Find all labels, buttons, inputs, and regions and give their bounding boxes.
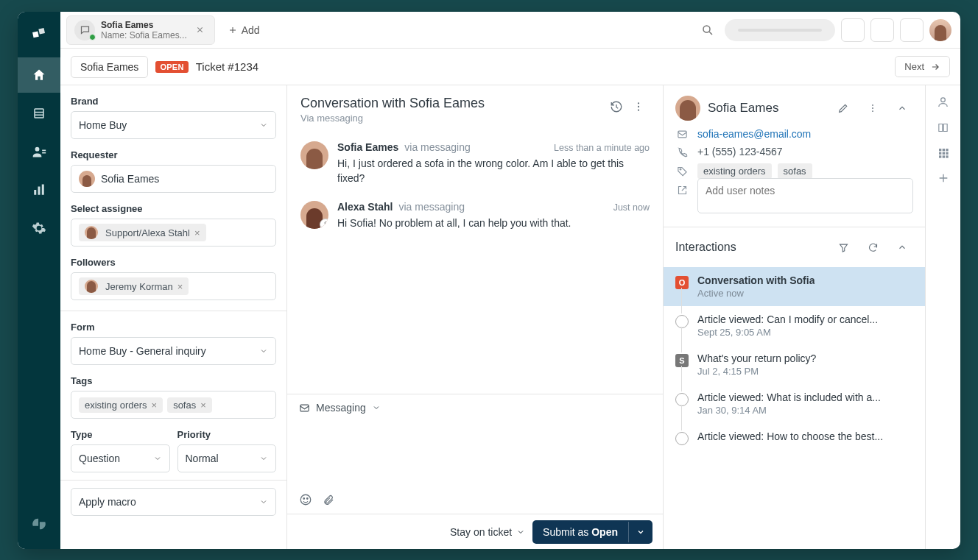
nav-views[interactable] xyxy=(18,96,60,131)
apps-icon[interactable] xyxy=(937,147,949,159)
interaction-item[interactable]: Article viewed: What is included with a.… xyxy=(664,384,925,423)
filter-icon[interactable] xyxy=(832,236,854,258)
svg-point-22 xyxy=(872,110,873,112)
conversation-panel: Conversation with Sofia Eames Via messag… xyxy=(287,85,663,549)
requester-chip[interactable]: Sofia Eames xyxy=(71,56,148,78)
svg-point-13 xyxy=(638,106,639,107)
add-tab-label: Add xyxy=(242,24,260,36)
message-via: via messaging xyxy=(404,141,471,153)
submit-dropdown-icon[interactable] xyxy=(628,522,652,542)
profile-avatar[interactable] xyxy=(929,19,951,41)
context-tag[interactable]: existing orders xyxy=(697,163,772,179)
followers-label: Followers xyxy=(71,257,276,268)
svg-rect-6 xyxy=(42,150,46,152)
ticket-header: Sofia Eames OPEN Ticket #1234 Next xyxy=(60,49,960,85)
requester-input[interactable]: Sofia Eames xyxy=(71,165,276,193)
interaction-item[interactable]: O Conversation with SofiaActive now xyxy=(664,267,925,306)
chevron-down-icon xyxy=(153,454,162,463)
svg-rect-30 xyxy=(942,152,944,155)
remove-token-icon[interactable]: × xyxy=(194,227,200,238)
svg-rect-33 xyxy=(942,155,944,157)
context-name: Sofia Eames xyxy=(708,101,825,116)
svg-rect-28 xyxy=(946,149,948,151)
more-icon[interactable] xyxy=(627,96,650,118)
topbar-square-3[interactable] xyxy=(900,18,924,42)
message-author: Alexa Stahl xyxy=(337,201,393,213)
interaction-item[interactable]: S What's your return policy?Jul 2, 4:15 … xyxy=(664,345,925,384)
status-badge: OPEN xyxy=(155,61,188,73)
collapse-icon[interactable] xyxy=(891,236,913,258)
svg-rect-34 xyxy=(946,155,948,157)
submit-button[interactable]: Submit as Open xyxy=(532,520,652,544)
nav-reporting[interactable] xyxy=(18,172,60,208)
avatar xyxy=(300,141,328,169)
composer-channel-select[interactable]: Messaging xyxy=(287,394,663,421)
attachment-icon[interactable] xyxy=(323,493,334,506)
message-body: Hi Sofia! No problem at all, I can help … xyxy=(337,216,650,230)
emoji-icon[interactable] xyxy=(299,493,312,506)
topbar-square-2[interactable] xyxy=(870,18,894,42)
nav-admin[interactable] xyxy=(18,210,60,246)
search-placeholder-pill[interactable] xyxy=(725,19,835,41)
history-icon[interactable] xyxy=(605,96,627,118)
close-tab-icon[interactable] xyxy=(193,23,207,37)
edit-icon[interactable] xyxy=(832,97,854,119)
left-nav xyxy=(18,12,60,549)
workspace-tab[interactable]: Sofia Eames Name: Sofia Eames... xyxy=(66,15,215,45)
article-icon xyxy=(675,393,689,406)
remove-token-icon[interactable]: × xyxy=(200,400,206,411)
more-icon[interactable] xyxy=(862,97,884,119)
message-body: Hi, I just ordered a sofa in the wrong c… xyxy=(337,156,650,186)
nav-home[interactable] xyxy=(18,57,60,93)
tags-input[interactable]: existing orders× sofas× xyxy=(71,391,276,419)
collapse-icon[interactable] xyxy=(891,97,913,119)
avatar-icon xyxy=(85,226,98,239)
form-select[interactable]: Home Buy - General inquiry xyxy=(71,337,276,365)
remove-token-icon[interactable]: × xyxy=(152,400,158,411)
type-select[interactable]: Question xyxy=(71,444,170,472)
svg-point-18 xyxy=(303,498,305,500)
svg-point-14 xyxy=(638,110,639,111)
priority-select[interactable]: Normal xyxy=(177,444,277,472)
stay-on-ticket-select[interactable]: Stay on ticket xyxy=(450,526,525,538)
refresh-icon[interactable] xyxy=(862,236,884,258)
nav-customers[interactable] xyxy=(18,134,60,169)
phone-icon xyxy=(675,146,689,157)
main-area: Sofia Eames Name: Sofia Eames... Add xyxy=(60,12,960,549)
user-icon[interactable] xyxy=(937,96,949,108)
assignee-input[interactable]: Support/Alexa Stahl × xyxy=(71,219,276,247)
knowledge-icon[interactable] xyxy=(937,121,949,134)
interactions-heading: Interactions xyxy=(675,241,825,254)
followers-input[interactable]: Jeremy Korman × xyxy=(71,272,276,300)
context-tag[interactable]: sofas xyxy=(778,163,812,179)
search-icon[interactable] xyxy=(697,19,719,41)
user-notes-textarea[interactable] xyxy=(697,178,913,213)
topbar: Sofia Eames Name: Sofia Eames... Add xyxy=(60,12,960,49)
article-icon xyxy=(675,432,689,445)
context-email[interactable]: sofia-eames@email.com xyxy=(697,128,811,140)
add-tab-button[interactable]: Add xyxy=(221,20,267,40)
assignee-label: Select assignee xyxy=(71,203,276,214)
chat-icon xyxy=(74,20,95,40)
svg-rect-29 xyxy=(939,152,941,155)
svg-rect-9 xyxy=(38,187,41,195)
apply-macro-select[interactable]: Apply macro xyxy=(71,488,276,516)
remove-token-icon[interactable]: × xyxy=(177,281,183,292)
tags-label: Tags xyxy=(71,375,276,386)
message-author: Sofia Eames xyxy=(337,141,398,153)
avatar xyxy=(675,96,700,121)
svg-point-21 xyxy=(872,107,873,109)
tag-icon xyxy=(675,166,689,177)
topbar-square-1[interactable] xyxy=(841,18,865,42)
composer-textarea[interactable] xyxy=(287,421,663,489)
next-label: Next xyxy=(904,61,924,72)
interaction-item[interactable]: Article viewed: How to choose the best..… xyxy=(664,423,925,453)
conversation-title: Conversation with Sofia Eames xyxy=(300,96,605,111)
next-button[interactable]: Next xyxy=(895,56,950,77)
brand-select[interactable]: Home Buy xyxy=(71,111,276,139)
svg-rect-23 xyxy=(678,131,686,138)
interaction-item[interactable]: Article viewed: Can I modify or cancel..… xyxy=(664,306,925,345)
add-app-icon[interactable] xyxy=(937,172,949,184)
type-label: Type xyxy=(71,429,170,440)
apps-rail xyxy=(925,85,960,549)
